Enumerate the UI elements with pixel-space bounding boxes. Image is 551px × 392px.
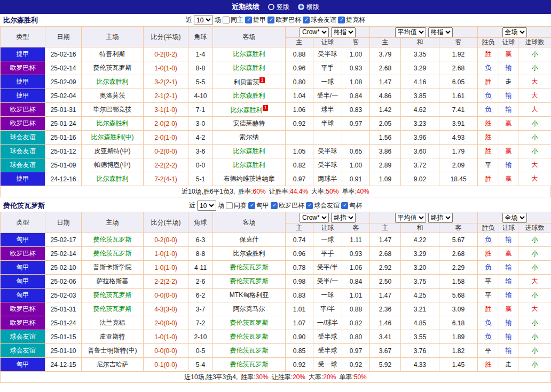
match-score[interactable]: 2-2(2-2)	[144, 158, 188, 172]
match-count-select[interactable]: 10	[197, 201, 216, 211]
home-team[interactable]: 比尔森胜利	[97, 175, 129, 182]
away-team[interactable]: 布德约维茨迪纳摩	[224, 175, 275, 182]
radio-icon[interactable]	[268, 4, 274, 10]
match-score[interactable]: 7-2(4-1)	[144, 172, 188, 186]
home-team[interactable]: 帕德博恩(中)	[95, 161, 131, 169]
match-score[interactable]: 3-1(1-0)	[144, 103, 188, 117]
avg-select[interactable]: 平均值	[395, 27, 426, 37]
home-team[interactable]: 萨拉格斯基	[97, 277, 129, 285]
home-team[interactable]: 费伦茨瓦罗斯	[93, 236, 132, 243]
home-team[interactable]: 特普利斯	[100, 50, 125, 58]
match-score[interactable]: 0-1(0-0)	[144, 358, 188, 372]
away-team[interactable]: 比尔森胜利	[233, 50, 265, 58]
match-score[interactable]: 0-2(0-2)	[144, 47, 188, 61]
match-count-select[interactable]: 10	[194, 15, 213, 25]
checkbox-icon[interactable]	[223, 17, 230, 23]
home-team[interactable]: 皮亚斯特	[100, 333, 125, 340]
odds-type-select[interactable]: 终指	[331, 213, 356, 223]
match-score[interactable]: 1-0(1-0)	[144, 330, 188, 344]
radio-icon[interactable]	[298, 4, 304, 10]
away-team[interactable]: MTK匈格利亚	[230, 291, 269, 299]
away-team[interactable]: 比尔森胜利	[233, 64, 265, 71]
match-score[interactable]: 0-0(0-0)	[144, 289, 188, 302]
home-team[interactable]: 奥洛莫茨	[100, 92, 125, 99]
filter-checkbox-league[interactable]: 匈甲	[248, 201, 269, 210]
match-score[interactable]: 2-2(2-2)	[144, 275, 188, 289]
home-team[interactable]: 皮亚斯特(中)	[95, 147, 131, 155]
away-team[interactable]: 费伦茨瓦罗斯	[230, 263, 269, 271]
avg-select[interactable]: 平均值	[395, 213, 426, 223]
match-score[interactable]: 3-2(2-1)	[144, 75, 188, 89]
home-team[interactable]: 普鲁士明斯特(中)	[88, 347, 137, 354]
home-team[interactable]: 普斯卡斯学院	[93, 263, 132, 271]
match-score[interactable]: 2-0(1-0)	[144, 131, 188, 145]
match-score[interactable]: 2-0(2-0)	[144, 117, 188, 131]
odds-company-select[interactable]: Crow*	[300, 27, 329, 37]
away-team[interactable]: 比尔森胜利	[233, 161, 265, 169]
home-team[interactable]: 毕尔巴鄂竞技	[93, 106, 132, 113]
match-score[interactable]: 0-2(0-0)	[144, 233, 188, 247]
away-team[interactable]: 费伦茨瓦罗斯	[230, 333, 269, 340]
home-team[interactable]: 比尔森胜利(中)	[91, 133, 134, 141]
away-team[interactable]: 费伦茨瓦罗斯	[230, 347, 269, 354]
layout-radio-horizontal[interactable]: 横版	[298, 3, 319, 12]
match-score[interactable]: 2-0(0-0)	[144, 316, 188, 330]
avg-draw: 3.23	[401, 117, 439, 131]
filter-checkbox-same-comp[interactable]: 同赛	[226, 201, 247, 210]
match-score[interactable]: 1-0(1-0)	[144, 261, 188, 275]
away-team[interactable]: 比尔森胜利	[233, 250, 265, 257]
home-team[interactable]: 费伦茨瓦罗斯	[93, 291, 132, 299]
away-team[interactable]: 比尔森胜利	[230, 106, 262, 114]
checkbox-icon[interactable]	[248, 202, 255, 209]
away-team[interactable]: 比尔森胜利	[233, 147, 265, 155]
home-team[interactable]: 费伦茨瓦罗斯	[93, 305, 132, 313]
checkbox-icon[interactable]	[303, 17, 310, 23]
odds-company-select[interactable]: Crow*	[300, 213, 329, 223]
away-team[interactable]: 保克什	[240, 236, 259, 243]
home-team[interactable]: 法兰克福	[100, 319, 125, 326]
filter-checkbox-friendly[interactable]: 球会友谊	[303, 15, 336, 25]
home-team[interactable]: 比尔森胜利	[97, 78, 129, 85]
avg-type-select[interactable]: 终指	[428, 213, 453, 223]
layout-radio-vertical[interactable]: 竖版	[268, 3, 289, 12]
match-score[interactable]: 0-0(0-0)	[144, 344, 188, 358]
odds-handicap: 受半球	[313, 47, 342, 61]
away-team[interactable]: 阿尔克马尔	[233, 305, 265, 313]
filter-checkbox-cup[interactable]: 匈杯	[341, 201, 362, 210]
match-score[interactable]: 1-0(1-0)	[144, 61, 188, 75]
checkbox-icon[interactable]	[271, 202, 278, 209]
home-team[interactable]: 费伦茨瓦罗斯	[93, 250, 132, 257]
filter-checkbox-europa[interactable]: 欧罗巴杯	[271, 201, 304, 210]
odds-type-select[interactable]: 终指	[331, 27, 356, 37]
filter-checkbox-same-home[interactable]: 同主	[223, 15, 243, 25]
filter-checkbox-cup[interactable]: 捷克杯	[338, 15, 365, 25]
away-team[interactable]: 安德莱赫特	[233, 119, 265, 127]
away-team[interactable]: 费伦茨瓦罗斯	[230, 277, 269, 285]
home-team[interactable]: 比尔森胜利	[97, 119, 129, 127]
away-team-cell: 费伦茨瓦罗斯	[213, 275, 286, 289]
subcol-avg-home: 主	[370, 38, 401, 47]
match-score[interactable]: 0-2(0-0)	[144, 145, 188, 158]
away-team[interactable]: 费伦茨瓦罗斯	[230, 319, 269, 326]
home-team[interactable]: 费伦茨瓦罗斯	[93, 64, 132, 71]
match-score[interactable]: 4-3(3-0)	[144, 302, 188, 316]
checkbox-icon[interactable]	[226, 202, 233, 209]
away-team[interactable]: 利贝雷茨	[233, 78, 259, 86]
checkbox-icon[interactable]	[338, 17, 345, 23]
filter-checkbox-europa[interactable]: 欧罗巴杯	[267, 15, 301, 25]
checkbox-icon[interactable]	[267, 17, 274, 23]
checkbox-icon[interactable]	[306, 202, 313, 209]
away-team[interactable]: 比尔森胜利	[233, 92, 265, 99]
filter-checkbox-friendly[interactable]: 球会友谊	[306, 201, 340, 210]
match-score[interactable]: 1-0(1-0)	[144, 247, 188, 261]
home-team[interactable]: 尼尔吉哈萨	[97, 361, 129, 368]
match-score[interactable]: 2-1(2-1)	[144, 89, 188, 103]
checkbox-icon[interactable]	[245, 17, 252, 23]
checkbox-icon[interactable]	[341, 202, 348, 209]
avg-type-select[interactable]: 终指	[428, 27, 453, 37]
filter-checkbox-league[interactable]: 捷甲	[245, 15, 266, 25]
scope-select[interactable]: 全场	[502, 27, 527, 37]
away-team[interactable]: 索尔纳	[240, 133, 259, 141]
scope-select[interactable]: 全场	[502, 213, 527, 223]
away-team[interactable]: 费伦茨瓦罗斯	[230, 361, 269, 368]
